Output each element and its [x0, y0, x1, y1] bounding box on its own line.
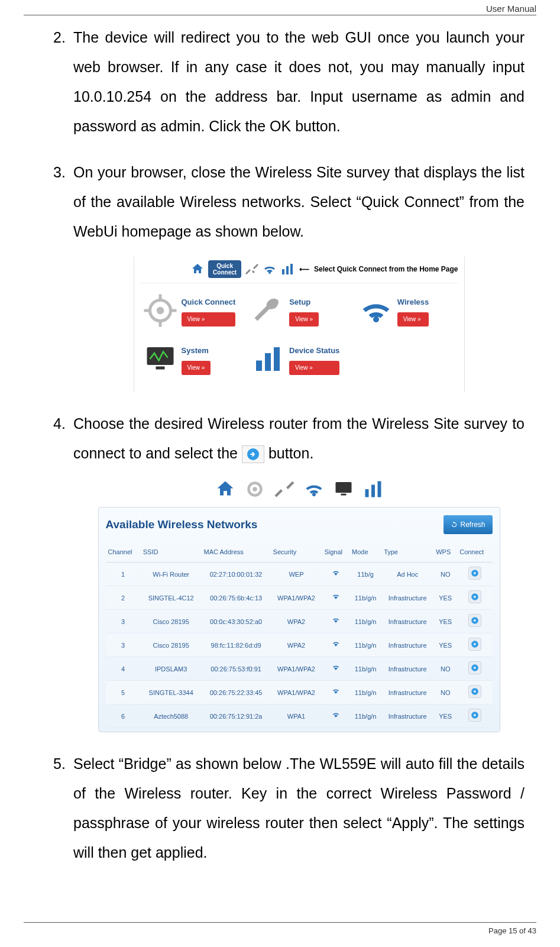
cell-signal — [322, 563, 349, 586]
view-button[interactable]: View » — [289, 312, 319, 327]
card-system[interactable]: System View » — [140, 338, 242, 380]
cell-security: WPA2 — [271, 634, 322, 657]
wifi-icon — [303, 479, 325, 499]
cell-mode: 11b/g/n — [349, 634, 381, 657]
cell-channel: 6 — [106, 704, 141, 728]
cell-mode: 11b/g/n — [349, 610, 381, 634]
cell-wps: NO — [433, 657, 457, 681]
nav-icon-bar — [73, 479, 525, 499]
cell-type: Infrastructure — [381, 704, 433, 728]
cell-signal — [322, 634, 349, 657]
cell-connect — [457, 634, 492, 657]
view-button[interactable]: View » — [182, 312, 236, 327]
cell-ssid: Aztech5088 — [141, 704, 202, 728]
cell-channel: 5 — [106, 681, 141, 704]
cell-type: Ad Hoc — [381, 563, 433, 586]
svg-rect-19 — [365, 489, 368, 497]
step-text: On your browser, close the Wireless Site… — [73, 164, 525, 240]
networks-table: Channel SSID MAC Address Security Signal… — [106, 542, 493, 728]
monitor-icon — [333, 479, 354, 499]
connect-button[interactable] — [468, 709, 481, 722]
connect-arrow-icon — [242, 445, 264, 463]
col-signal: Signal — [322, 542, 349, 563]
step-3: 3. On your browser, close the Wireless S… — [53, 157, 525, 392]
card-device-status[interactable]: Device Status View » — [248, 338, 350, 380]
table-row: 3Cisco 2819598:fc:11:82:6d:d9WPA211b/g/n… — [106, 634, 493, 657]
cell-wps: YES — [433, 610, 457, 634]
connect-button[interactable] — [468, 661, 481, 674]
view-button[interactable]: View » — [397, 312, 429, 327]
connect-button[interactable] — [468, 685, 481, 698]
wifi-signal-icon — [331, 642, 341, 649]
step-number: 4. — [53, 409, 66, 438]
cell-mac: 00:26:75:12:91:2a — [202, 704, 271, 728]
table-row: 1Wi-Fi Router02:27:10:00:01:32WEP11b/gAd… — [106, 563, 493, 586]
table-row: 3Cisco 2819500:0c:43:30:52:a0WPA211b/g/n… — [106, 610, 493, 634]
card-title: Wireless — [397, 295, 429, 310]
card-wireless[interactable]: Wireless View » — [356, 289, 458, 332]
cell-mode: 11b/g/n — [349, 586, 381, 610]
connect-button[interactable] — [468, 614, 481, 627]
barchart-icon — [362, 479, 384, 499]
cell-connect — [457, 681, 492, 704]
home-icon — [215, 479, 236, 499]
card-quick-connect[interactable]: Quick Connect View » — [140, 289, 242, 332]
cell-ssid: Cisco 28195 — [141, 634, 202, 657]
cell-security: WPA1/WPA2 — [271, 657, 322, 681]
cell-security: WPA1/WPA2 — [271, 681, 322, 704]
wifi-signal-icon — [331, 571, 341, 578]
callout-text: Select Quick Connect from the Home Page — [314, 262, 458, 276]
connect-button[interactable] — [468, 590, 481, 603]
cell-ssid: SINGTEL-4C12 — [141, 586, 202, 610]
cell-wps: YES — [433, 586, 457, 610]
cell-connect — [457, 586, 492, 610]
cell-mac: 02:27:10:00:01:32 — [202, 563, 271, 586]
quick-connect-pill: Quick Connect — [208, 260, 241, 278]
view-button[interactable]: View » — [182, 361, 211, 375]
col-wps: WPS — [433, 542, 457, 563]
step-text-b: button. — [268, 445, 313, 461]
arrow-icon: ⟵ — [299, 262, 309, 276]
gear-icon — [244, 479, 266, 499]
homepage-figure: Quick Connect ⟵ Select Quick Connect fro… — [134, 257, 465, 392]
cell-channel: 3 — [106, 610, 141, 634]
view-button[interactable]: View » — [289, 361, 339, 375]
svg-point-16 — [253, 487, 257, 492]
wifi-signal-icon — [331, 689, 341, 696]
wifi-icon — [263, 262, 277, 276]
svg-rect-11 — [256, 361, 262, 371]
cell-ssid: IPDSLAM3 — [141, 657, 202, 681]
col-connect: Connect — [457, 542, 492, 563]
wifi-signal-icon — [331, 618, 341, 625]
svg-rect-13 — [274, 347, 280, 371]
connect-button[interactable] — [468, 638, 481, 651]
cell-mac: 00:26:75:53:f0:91 — [202, 657, 271, 681]
svg-rect-12 — [265, 353, 271, 371]
col-channel: Channel — [106, 542, 141, 563]
connect-button[interactable] — [468, 567, 481, 580]
cell-connect — [457, 563, 492, 586]
tools-icon — [274, 479, 295, 499]
gear-icon — [143, 293, 178, 328]
card-setup[interactable]: Setup View » — [248, 289, 350, 332]
col-mode: Mode — [349, 542, 381, 563]
cell-wps: YES — [433, 634, 457, 657]
wrench-icon — [250, 293, 286, 328]
barchart-icon — [250, 341, 286, 377]
cell-signal — [322, 681, 349, 704]
cell-channel: 4 — [106, 657, 141, 681]
cell-signal — [322, 704, 349, 728]
monitor-icon — [143, 341, 178, 377]
cell-wps: NO — [433, 681, 457, 704]
cell-mode: 11b/g — [349, 563, 381, 586]
cell-ssid: Wi-Fi Router — [141, 563, 202, 586]
page-footer: Page 15 of 43 — [24, 922, 536, 935]
step-2: 2. The device will redirect you to the w… — [53, 22, 525, 141]
step-text: Select “Bridge” as shown below .The WL55… — [73, 755, 525, 861]
refresh-button[interactable]: Refresh — [444, 515, 492, 534]
svg-rect-18 — [341, 494, 346, 496]
wifi-signal-icon — [331, 594, 341, 602]
cell-type: Infrastructure — [381, 681, 433, 704]
cell-security: WPA1 — [271, 704, 322, 728]
table-header-row: Channel SSID MAC Address Security Signal… — [106, 542, 493, 563]
